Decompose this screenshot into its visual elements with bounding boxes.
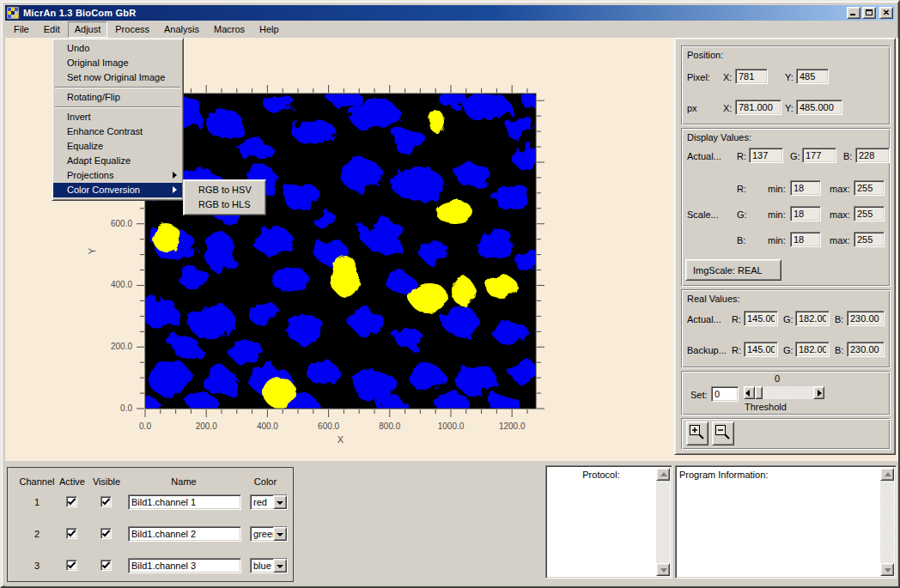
real-actual-g-field[interactable]	[795, 311, 830, 326]
menu-item-original-image[interactable]: Original Image	[53, 56, 182, 70]
real-backup-b-field[interactable]	[847, 342, 885, 357]
menubar-item-file[interactable]: File	[7, 21, 36, 38]
menu-item-enhance-contrast[interactable]: Enhance Contrast	[53, 124, 182, 139]
menu-item-color-conversion[interactable]: Color Conversion	[53, 183, 182, 197]
px-x-field[interactable]	[735, 100, 781, 115]
menu-bar: FileEditAdjustProcessAnalysisMacrosHelp	[5, 21, 895, 38]
channel-active-checkbox[interactable]	[66, 528, 77, 539]
adjust-menu: UndoOriginal ImageSet now Original Image…	[52, 38, 184, 201]
program-info-label: Program Information:	[679, 470, 768, 480]
scale-r-max-field[interactable]	[854, 180, 885, 196]
menu-item-adapt-equalize[interactable]: Adapt Equalize	[53, 154, 182, 168]
submenu-item-rgb-to-hls[interactable]: RGB to HLS	[185, 197, 265, 212]
zoom-out-button[interactable]	[712, 421, 734, 446]
real-backup-g-field[interactable]	[795, 342, 830, 357]
display-actual-r-field[interactable]	[749, 148, 783, 163]
px-y-field[interactable]	[796, 100, 842, 115]
x-axis-title: X	[338, 434, 344, 445]
scale-g-min-field[interactable]	[790, 206, 821, 221]
real-actual-b-field[interactable]	[847, 311, 885, 326]
check-icon	[101, 497, 111, 506]
menubar-item-edit[interactable]: Edit	[37, 21, 67, 38]
slider-value: 0	[775, 373, 780, 384]
r-label: R:	[732, 314, 741, 324]
threshold-set-field[interactable]	[711, 386, 739, 402]
menubar-item-process[interactable]: Process	[108, 21, 156, 38]
display-actual-b-field[interactable]	[855, 148, 890, 163]
real-actual-r-field[interactable]	[744, 311, 778, 326]
channel-color-dropdown[interactable]: blue	[250, 558, 288, 573]
channel-name-field[interactable]	[128, 494, 241, 510]
menu-item-undo[interactable]: Undo	[53, 41, 182, 56]
threshold-panel: Set: 0 Threshold	[681, 371, 891, 415]
arrow-up-icon	[885, 472, 891, 476]
submenu-arrow-icon	[173, 172, 177, 179]
scroll-down-button[interactable]	[880, 563, 894, 576]
menubar-item-analysis[interactable]: Analysis	[157, 21, 206, 38]
channel-name-field[interactable]	[128, 558, 241, 573]
channel-visible-checkbox[interactable]	[100, 528, 112, 539]
minimize-icon	[850, 14, 855, 15]
dropdown-button[interactable]	[273, 495, 287, 509]
menu-item-set-now-original-image[interactable]: Set now Original Image	[53, 70, 182, 85]
channel-header-name: Name	[149, 476, 218, 487]
chevron-down-icon	[277, 533, 283, 536]
scale-g-max-field[interactable]	[854, 206, 885, 221]
scroll-down-button[interactable]	[656, 563, 670, 576]
scroll-up-button[interactable]	[656, 468, 670, 481]
submenu-item-rgb-to-hsv[interactable]: RGB to HSV	[185, 183, 265, 197]
arrow-up-icon	[660, 472, 667, 476]
slider-left-arrow[interactable]	[744, 386, 755, 399]
channel-visible-checkbox[interactable]	[100, 496, 112, 507]
scale-b-max-field[interactable]	[854, 232, 885, 247]
scale-b-min-field[interactable]	[790, 232, 821, 247]
display-actual-g-field[interactable]	[802, 148, 836, 163]
max-label: max:	[830, 209, 850, 220]
channel-active-checkbox[interactable]	[66, 496, 77, 507]
program-info-scrollbar[interactable]	[880, 468, 894, 576]
zoom-in-button[interactable]	[686, 421, 708, 446]
maximize-button[interactable]	[862, 7, 876, 19]
menu-item-invert[interactable]: Invert	[53, 110, 182, 124]
app-window: MicrAn 1.3 BioCom GbR ✕ FileEditAdjustPr…	[0, 0, 900, 588]
slider-track[interactable]	[755, 386, 813, 399]
min-label: min:	[768, 184, 786, 194]
dropdown-button[interactable]	[273, 559, 287, 573]
b-label: B:	[737, 235, 745, 246]
menu-separator	[55, 87, 180, 88]
menu-item-rotating-flip[interactable]: Rotating/Flip	[53, 90, 182, 105]
slider-right-arrow[interactable]	[813, 386, 824, 399]
menu-item-projections[interactable]: Projections	[53, 168, 182, 183]
minimize-button[interactable]	[847, 7, 860, 19]
arrow-right-icon	[818, 390, 822, 397]
min-label: min:	[768, 235, 786, 246]
pixel-x-field[interactable]	[735, 69, 768, 84]
x-label: X:	[723, 103, 732, 113]
channel-name-field[interactable]	[128, 526, 241, 542]
channel-color-dropdown[interactable]: red	[250, 494, 288, 510]
menu-item-equalize[interactable]: Equalize	[53, 139, 182, 154]
menubar-item-help[interactable]: Help	[252, 21, 286, 38]
program-info-panel: Program Information:	[675, 465, 897, 579]
scale-r-min-field[interactable]	[790, 180, 821, 196]
dropdown-button[interactable]	[273, 527, 287, 541]
scroll-up-button[interactable]	[880, 468, 894, 481]
channel-color-dropdown[interactable]: green	[250, 526, 288, 542]
slider-thumb[interactable]	[755, 386, 763, 399]
channel-active-checkbox[interactable]	[66, 560, 77, 571]
real-values-panel: Real Values: Actual... R: G: B: Backup..…	[681, 289, 891, 368]
imgscale-button[interactable]: ImgScale: REAL	[685, 259, 781, 281]
real-backup-r-field[interactable]	[744, 342, 778, 357]
check-icon	[67, 529, 76, 538]
right-panel-column: Position: Pixel: X: Y: px X: Y: Display …	[674, 38, 896, 455]
g-label: G:	[783, 345, 794, 355]
arrow-down-icon	[660, 568, 667, 573]
position-panel: Position: Pixel: X: Y: px X: Y:	[681, 45, 891, 125]
check-icon	[101, 529, 111, 538]
menubar-item-adjust[interactable]: Adjust	[68, 21, 108, 38]
pixel-y-field[interactable]	[796, 69, 829, 84]
menubar-item-macros[interactable]: Macros	[207, 21, 252, 38]
channel-visible-checkbox[interactable]	[100, 560, 112, 571]
protocol-scrollbar[interactable]	[656, 468, 670, 576]
close-button[interactable]: ✕	[879, 7, 893, 19]
